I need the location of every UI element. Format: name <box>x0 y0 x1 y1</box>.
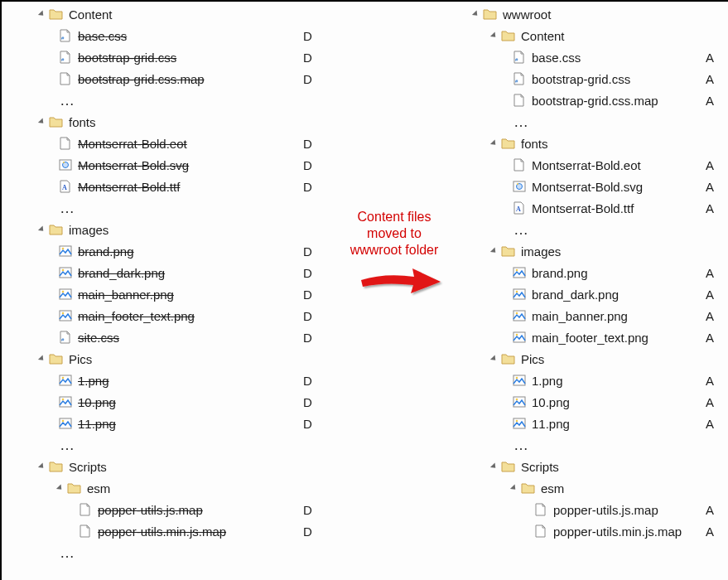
tree-file[interactable]: Montserrat-Bold.svg A <box>439 176 721 197</box>
file-label: bootstrap-grid.css.map <box>78 72 205 86</box>
status-badge: D <box>303 29 312 43</box>
tree-folder[interactable]: Scripts <box>439 456 721 477</box>
tree-folder[interactable]: Pics <box>439 348 721 370</box>
file-label: site.css <box>78 331 119 345</box>
file-label: popper-utils.min.js.map <box>98 524 226 539</box>
css-file-icon <box>58 331 73 344</box>
chevron-down-icon[interactable] <box>38 355 46 362</box>
tree-file[interactable]: popper-utils.js.map A <box>439 499 721 520</box>
tree-file[interactable]: popper-utils.js.map D <box>5 499 336 520</box>
image-icon <box>58 417 73 430</box>
status-badge: D <box>303 417 312 431</box>
folder-label: Content <box>69 7 113 22</box>
chevron-down-icon[interactable] <box>38 10 46 17</box>
tree-folder[interactable]: images <box>5 219 336 240</box>
status-badge: D <box>303 244 312 259</box>
chevron-down-icon[interactable] <box>490 31 498 39</box>
tree-file[interactable]: bootstrap-grid.css.map D <box>5 68 336 89</box>
folder-label: wwwroot <box>503 7 551 22</box>
tree-folder[interactable]: images <box>439 240 721 262</box>
folder-label: fonts <box>521 137 548 151</box>
tree-file[interactable]: main_footer_text.png D <box>5 305 336 326</box>
file-label: 10.png <box>78 395 116 409</box>
chevron-down-icon[interactable] <box>490 247 498 254</box>
tree-file[interactable]: 11.png A <box>439 413 721 434</box>
tree-ellipsis: … <box>439 219 721 240</box>
chevron-down-icon[interactable] <box>490 462 498 470</box>
tree-file[interactable]: popper-utils.min.js.map D <box>5 520 336 542</box>
tree-file[interactable]: site.css D <box>5 326 336 348</box>
tree-file[interactable]: main_footer_text.png A <box>439 326 721 348</box>
tree-file[interactable]: bootstrap-grid.css A <box>439 68 721 89</box>
chevron-down-icon[interactable] <box>56 484 64 491</box>
tree-folder[interactable]: wwwroot <box>439 3 721 25</box>
svg-file-icon <box>512 180 527 193</box>
folder-label: Content <box>521 29 565 43</box>
image-icon <box>58 266 73 279</box>
tree-file[interactable]: popper-utils.min.js.map A <box>439 520 721 542</box>
file-label: Montserrat-Bold.ttf <box>532 201 634 215</box>
tree-file[interactable]: main_banner.png A <box>439 305 721 326</box>
tree-file[interactable]: Montserrat-Bold.svg D <box>5 154 336 176</box>
chevron-down-icon[interactable] <box>38 118 46 125</box>
file-label: Montserrat-Bold.ttf <box>78 180 180 194</box>
image-icon <box>58 244 73 258</box>
tree-file[interactable]: 10.png A <box>439 391 721 413</box>
tree-folder[interactable]: fonts <box>439 133 721 154</box>
file-label: brand_dark.png <box>532 288 619 302</box>
tree-file[interactable]: brand.png D <box>5 240 336 262</box>
tree-folder[interactable]: esm <box>439 477 721 499</box>
tree-file[interactable]: brand_dark.png D <box>5 262 336 283</box>
file-label: 11.png <box>532 417 570 431</box>
status-badge: A <box>706 395 714 409</box>
chevron-down-icon[interactable] <box>490 355 498 362</box>
tree-file[interactable]: bootstrap-grid.css D <box>5 46 336 68</box>
folder-icon <box>501 460 516 473</box>
status-badge: D <box>303 309 312 323</box>
tree-folder[interactable]: Content <box>5 3 336 25</box>
image-icon <box>512 417 527 430</box>
image-icon <box>512 331 527 344</box>
tree-file[interactable]: base.css D <box>5 25 336 46</box>
tree-file[interactable]: Montserrat-Bold.eot D <box>5 133 336 154</box>
chevron-down-icon[interactable] <box>38 462 46 470</box>
tree-file[interactable]: Montserrat-Bold.ttf A <box>439 197 721 219</box>
tree-file[interactable]: brand_dark.png A <box>439 283 721 305</box>
chevron-down-icon[interactable] <box>510 484 518 491</box>
target-tree-panel: wwwroot Content base.css A bootstrap-gri… <box>439 1 721 580</box>
tree-file[interactable]: Montserrat-Bold.ttf D <box>5 176 336 197</box>
file-label: popper-utils.js.map <box>553 503 658 517</box>
tree-file[interactable]: 11.png D <box>5 413 336 434</box>
anno-line1: Content files <box>340 209 449 225</box>
image-icon <box>58 374 73 387</box>
chevron-down-icon[interactable] <box>490 139 498 147</box>
css-file-icon <box>512 72 527 85</box>
ellipsis-icon: … <box>512 437 530 454</box>
file-label: main_banner.png <box>78 288 174 302</box>
tree-folder[interactable]: Pics <box>5 348 336 370</box>
status-badge: D <box>303 180 312 194</box>
tree-file[interactable]: base.css A <box>439 46 721 68</box>
tree-folder[interactable]: Scripts <box>5 456 336 477</box>
tree-file[interactable]: 1.png D <box>5 370 336 391</box>
file-label: 1.png <box>78 374 109 388</box>
tree-folder[interactable]: Content <box>439 25 721 46</box>
tree-file[interactable]: brand.png A <box>439 262 721 283</box>
status-badge: A <box>706 51 714 65</box>
tree-file[interactable]: 10.png D <box>5 391 336 413</box>
tree-ellipsis: … <box>5 89 336 111</box>
tree-file[interactable]: bootstrap-grid.css.map A <box>439 89 721 111</box>
tree-file[interactable]: 1.png A <box>439 370 721 391</box>
tree-folder[interactable]: fonts <box>5 111 336 133</box>
folder-label: Scripts <box>521 460 559 474</box>
file-icon <box>58 72 73 85</box>
tree-file[interactable]: Montserrat-Bold.eot A <box>439 154 721 176</box>
chevron-down-icon[interactable] <box>38 225 46 233</box>
chevron-down-icon[interactable] <box>472 10 480 17</box>
tree-file[interactable]: main_banner.png D <box>5 283 336 305</box>
folder-icon <box>521 481 536 495</box>
folder-icon <box>501 352 516 365</box>
file-label: popper-utils.js.map <box>98 503 203 517</box>
folder-icon <box>483 7 498 21</box>
tree-folder[interactable]: esm <box>5 477 336 499</box>
